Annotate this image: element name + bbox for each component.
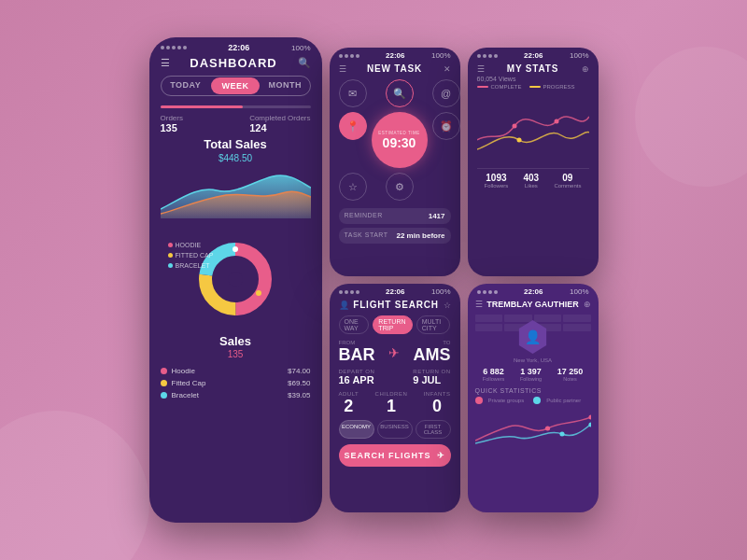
legend-price-hoodie: $74.00: [288, 367, 310, 375]
svg-point-5: [256, 290, 261, 296]
total-sales-title: Total Sales: [161, 137, 311, 151]
legend-price-fittedcap: $69.50: [288, 379, 310, 387]
search-flights-label: SEARCH FLIGHTS: [344, 451, 430, 460]
nt-close-icon[interactable]: ✕: [444, 64, 451, 74]
search-plane-icon: ✈: [437, 451, 445, 460]
pr-private-label: Private groups: [488, 398, 525, 403]
legend-label-hoodie: Hoodie: [172, 367, 195, 375]
fs-dates-row: DEPART ON 16 APR RETURN ON 9 JUL: [339, 369, 451, 385]
fs-adult-item: ADULT 2: [339, 391, 359, 416]
donut-label-hoodie: HOODIE: [168, 242, 214, 248]
pr-private-dot: [475, 397, 483, 404]
pr-followers-label: Followers: [483, 376, 505, 382]
pr-public-dot: [533, 397, 541, 404]
fs-depart-date: 16 APR: [339, 374, 375, 385]
ms-time: 22:06: [524, 51, 543, 60]
pr-header: ☰ TREMBLAY GAUTHIER ⊕: [475, 300, 591, 309]
fs-tab-multi[interactable]: MULTI CITY: [416, 315, 451, 334]
fs-class-economy[interactable]: ECONOMY: [339, 420, 374, 439]
search-icon[interactable]: 🔍: [298, 57, 311, 69]
nt-icons-grid: ✉ 🔍 @ 📍 ESTIMATED TIME 09:30 ⏰ ⚙ ☆: [339, 79, 451, 201]
svg-point-9: [544, 427, 549, 431]
tab-month[interactable]: MONTH: [261, 77, 309, 95]
fs-header: 👤 FLIGHT SEARCH ☆: [339, 300, 451, 310]
svg-point-7: [554, 119, 558, 124]
ms-stats-row: 1093 Followers 403 Likes 09 Comments: [477, 168, 589, 189]
donut-section: HOODIE FITTED CAP BRACELET: [161, 228, 311, 330]
ms-signal: [477, 54, 498, 58]
completed-num: 124: [249, 122, 310, 133]
nt-mail-icon[interactable]: ✉: [339, 79, 367, 107]
ms-likes-label: Likes: [523, 183, 539, 189]
fs-adult-num: 2: [339, 397, 359, 416]
legend-dot-bracelet: [161, 392, 167, 399]
top-phones-row: 22:06 100% ☰ NEW TASK ✕ ✉ 🔍: [330, 48, 599, 276]
legend-dot-hoodie: [161, 368, 167, 374]
nt-taskstart-val: 22 min before: [396, 231, 444, 240]
dashboard-phone: 22:06 100% ☰ DASHBOARD 🔍 TODAY WEEK MONT…: [149, 37, 322, 523]
pr-quick-stats-title: QUICK STATISTICS: [475, 387, 591, 394]
ms-comments: 09 Comments: [554, 173, 581, 189]
progress-bar-wrap: [161, 105, 311, 108]
fs-tab-return[interactable]: RETURN TRIP: [373, 315, 412, 334]
svg-point-4: [233, 246, 238, 252]
legend-hoodie: Hoodie $74.00: [161, 367, 311, 375]
ms-header: ☰ MY STATS ⊕: [477, 63, 589, 74]
nt-reminder-val: 1417: [429, 212, 445, 220]
fs-user-icon[interactable]: 👤: [339, 301, 349, 310]
ms-comments-num: 09: [554, 173, 581, 183]
nt-time: 22:06: [386, 51, 404, 60]
ms-likes-num: 403: [523, 173, 539, 183]
pr-following-label: Following: [520, 376, 542, 382]
area-chart: [161, 167, 311, 218]
search-flights-button[interactable]: SEARCH FLIGHTS ✈: [339, 444, 451, 467]
dashboard-header: ☰ DASHBOARD 🔍: [161, 54, 311, 76]
pr-following-num: 1 397: [520, 367, 542, 376]
nt-at-icon[interactable]: @: [432, 79, 460, 107]
pr-followers-num: 6 882: [483, 367, 505, 376]
bottom-phones-row: 22:06 100% 👤 FLIGHT SEARCH ☆ ONE WAY RET…: [330, 284, 599, 512]
nt-hamburger-icon[interactable]: ☰: [339, 64, 346, 74]
tab-week[interactable]: WEEK: [211, 77, 260, 94]
dashboard-title: DASHBOARD: [170, 56, 298, 70]
fs-title: FLIGHT SEARCH: [349, 300, 444, 310]
pr-hamburger-icon[interactable]: ☰: [475, 300, 483, 309]
profile-content: ☰ TREMBLAY GAUTHIER ⊕: [468, 298, 599, 455]
fs-to-city: AMS: [414, 345, 451, 365]
nt-star-icon[interactable]: ☆: [339, 173, 367, 201]
nt-timer: ESTIMATED TIME 09:30: [372, 112, 428, 168]
orders-item: Orders 135: [161, 114, 183, 133]
pr-avatar-section: 👤: [475, 315, 591, 354]
ms-add-icon[interactable]: ⊕: [582, 64, 589, 74]
pr-settings-icon[interactable]: ⊕: [584, 300, 591, 309]
ms-title: MY STATS: [485, 63, 582, 74]
svg-point-10: [559, 432, 564, 437]
ms-hamburger-icon[interactable]: ☰: [477, 64, 485, 74]
nt-settings-icon[interactable]: ⚙: [386, 173, 414, 201]
fs-infants-num: 0: [424, 397, 451, 416]
pr-partner-row: Private groups Public partner: [475, 397, 591, 404]
fs-route-row: FROM BAR ✈ TO AMS: [339, 340, 451, 365]
tab-today[interactable]: TODAY: [162, 77, 210, 95]
fs-class-tabs: ECONOMY BUSINESS FIRST CLASS: [339, 420, 451, 439]
status-bar: 22:06 100%: [149, 37, 322, 54]
completed-label: Completed Orders: [249, 114, 310, 122]
new-task-phone: 22:06 100% ☰ NEW TASK ✕ ✉ 🔍: [330, 48, 460, 276]
svg-point-11: [588, 415, 591, 420]
pr-notes-num: 17 250: [557, 367, 584, 376]
nt-search-icon[interactable]: 🔍: [386, 79, 414, 107]
hamburger-icon[interactable]: ☰: [161, 57, 170, 69]
nt-clock-icon[interactable]: ⏰: [432, 112, 460, 140]
fs-from: FROM BAR: [339, 340, 375, 365]
nt-pin-icon[interactable]: 📍: [339, 112, 367, 140]
fs-star-icon[interactable]: ☆: [444, 301, 451, 310]
fs-class-business[interactable]: BUSINESS: [377, 420, 413, 439]
fs-return-item: RETURN ON 9 JUL: [413, 369, 450, 385]
small-phones-column: 22:06 100% ☰ NEW TASK ✕ ✉ 🔍: [330, 48, 599, 512]
legend-label-bracelet: Bracelet: [172, 391, 199, 399]
status-time: 22:06: [228, 43, 249, 52]
pr-following-item: 1 397 Following: [520, 367, 542, 382]
fs-class-first[interactable]: FIRST CLASS: [416, 420, 451, 439]
ms-followers-label: Followers: [485, 183, 509, 189]
fs-tab-oneway[interactable]: ONE WAY: [339, 315, 370, 334]
